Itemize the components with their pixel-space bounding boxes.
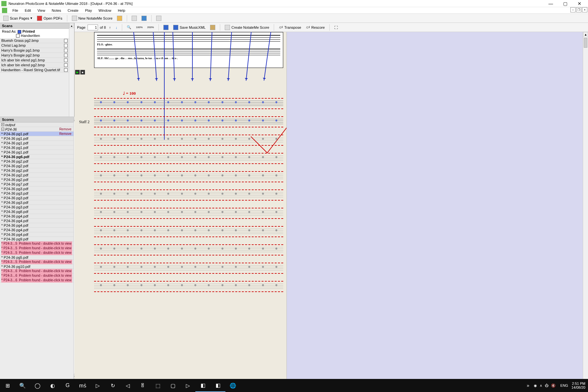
rescore-button[interactable]: ♫♯ Rescore — [304, 24, 326, 30]
menu-play[interactable]: Play — [82, 8, 95, 13]
score-page-item[interactable]: * P24-36 pg2.pdf — [0, 164, 74, 168]
printed-checkbox[interactable] — [18, 30, 21, 34]
score-page-item[interactable]: * P24-36 pg9.pdf — [0, 237, 74, 241]
taskbar-item[interactable]: ↻ — [105, 379, 120, 392]
tray-icon[interactable]: ∧ — [540, 384, 542, 387]
mdi-close-icon[interactable]: × — [582, 7, 587, 12]
scan-item[interactable]: Handwritten - Ravel String Quartet.tif — [0, 68, 69, 73]
score-page-item[interactable]: * P24-36 pg3.pdf — [0, 191, 74, 196]
page-up-button[interactable]: ↑ — [108, 25, 112, 30]
score-page-item[interactable]: * P24-36 pg3.pdf — [0, 205, 74, 209]
open-pdfs-button[interactable]: Open PDFs — [36, 15, 63, 22]
scan-item[interactable]: Christ Lag.bmp — [0, 43, 69, 48]
score-page-item[interactable]: * P24-36 pg2.pdf — [0, 168, 74, 173]
score-page-item[interactable]: * P24-36 pg10.pdf — [0, 264, 74, 269]
remove-link[interactable]: Remove — [58, 127, 72, 132]
tray-icon[interactable]: ⏻ — [545, 384, 548, 387]
score-page-item[interactable]: * P24-36 pg1.pdf — [0, 145, 74, 150]
score-page-item[interactable]: * P24-36 pg4.pdf — [0, 219, 74, 223]
scans-scrollbar[interactable]: ▴ — [69, 23, 74, 117]
scores-current-row[interactable]: –P24-36Remove — [0, 127, 74, 132]
taskbar-item[interactable]: ◧ — [210, 379, 225, 392]
mdi-restore-icon[interactable]: ❐ — [576, 7, 581, 12]
menu-file[interactable]: File — [9, 8, 22, 13]
handwritten-checkbox[interactable] — [16, 34, 20, 38]
minimize-button[interactable]: — — [544, 0, 558, 7]
menu-create[interactable]: Create — [64, 8, 82, 13]
recognized-staff[interactable] — [94, 134, 283, 146]
score-page-item[interactable]: * P24-36 pg1.pdf — [0, 141, 74, 145]
taskbar-item[interactable]: mṡ — [75, 379, 90, 392]
recognized-staff[interactable] — [94, 189, 283, 201]
recognized-staff[interactable] — [94, 171, 283, 183]
score-page-item[interactable]: * P24-36 pg1.pdf — [0, 150, 74, 155]
menu-edit[interactable]: Edit — [22, 8, 34, 13]
recognized-staff[interactable] — [94, 225, 283, 238]
save-musicxml-button[interactable]: Save MusicXML — [172, 24, 207, 31]
score-page-item[interactable]: * P24-36 pg5.pdf — [0, 255, 74, 260]
create-notateme-button[interactable]: Create NotateMe Score — [223, 24, 270, 31]
play-button[interactable]: ▶ — [75, 70, 80, 74]
score-page-item[interactable]: * P24-3…6Problem found - double-click to… — [0, 273, 74, 278]
scan-item[interactable]: Ich aber bin elend pg2.bmp — [0, 63, 69, 68]
score-page-item[interactable]: * P24-36 pg3.pdf — [0, 187, 74, 191]
fullscreen-button[interactable]: ⛶ — [333, 25, 339, 30]
tray-icon[interactable]: 🔇 — [551, 384, 556, 387]
taskbar-item[interactable]: ⊞ — [0, 379, 15, 392]
score-page-item[interactable]: * P24-36 pg2.pdf — [0, 173, 74, 177]
taskbar-item[interactable]: ▷ — [90, 379, 105, 392]
remove-link[interactable]: Remove — [58, 132, 72, 136]
language-indicator[interactable]: ENG — [560, 384, 568, 387]
book-button[interactable] — [140, 15, 148, 22]
scan-checkbox[interactable] — [64, 63, 68, 67]
page-input[interactable] — [88, 24, 98, 30]
recognized-staff[interactable] — [94, 207, 283, 220]
score-canvas[interactable]: ▶ ■ FLO. -ghier. ALF. Ah!........ go . d… — [74, 32, 287, 379]
score-page-item[interactable]: * P24-36 pg2.pdf — [0, 177, 74, 182]
maximize-button[interactable]: ▢ — [558, 0, 572, 7]
score-page-item[interactable]: * P24-3…5Problem found - double-click to… — [0, 260, 74, 264]
scores-output-row[interactable]: +output — [0, 122, 74, 127]
score-page-item[interactable]: * P24-3…6Problem found - double-click to… — [0, 278, 74, 283]
page-down-button[interactable]: ↓ — [114, 25, 119, 30]
score-page-item[interactable]: * P24-36 pg4.pdf — [0, 232, 74, 237]
taskbar-item[interactable]: ▢ — [165, 379, 180, 392]
taskbar-item[interactable]: 🔍 — [15, 379, 30, 392]
score-page-item[interactable]: * P24-36 pg7.pdf — [0, 182, 74, 187]
scan-checkbox[interactable] — [64, 54, 68, 57]
taskbar-item[interactable]: 🌐 — [225, 379, 240, 392]
settings-button[interactable] — [130, 15, 138, 22]
score-page-item[interactable]: * P24-36 pg2.pdf — [0, 159, 74, 164]
taskbar-item[interactable]: ⬚ — [150, 379, 165, 392]
score-page-item[interactable]: * P24-36 pg3.pdf — [0, 200, 74, 205]
canvas-scrollbar[interactable]: ▴ — [583, 32, 588, 379]
stop-button[interactable]: ■ — [80, 70, 85, 74]
taskbar-item[interactable]: G — [60, 379, 75, 392]
menu-window[interactable]: Window — [95, 8, 115, 13]
mdi-min-icon[interactable]: – — [570, 7, 576, 12]
recognized-staff[interactable] — [94, 280, 283, 293]
score-page-item[interactable]: * P24-3…5Problem found - double-click to… — [0, 241, 74, 246]
recognized-staff[interactable] — [94, 262, 283, 274]
score-page-item[interactable]: * P24-36 pg1.pdfRemove — [0, 132, 74, 136]
new-notateme-button[interactable]: New NotateMe Score — [71, 15, 114, 22]
recognized-staff[interactable] — [94, 244, 283, 256]
scan-checkbox[interactable] — [64, 68, 68, 72]
score-page-item[interactable]: * P24-3…5Problem found - double-click to… — [0, 251, 74, 255]
menu-help[interactable]: Help — [115, 8, 129, 13]
open-button[interactable] — [116, 15, 123, 22]
tray-icon[interactable]: ◉ — [534, 384, 537, 387]
taskbar-item[interactable]: ◐ — [45, 379, 60, 392]
home-button[interactable] — [155, 15, 163, 22]
scan-checkbox[interactable] — [64, 49, 68, 52]
score-page-item[interactable]: * P24-36 pg8.pdf — [0, 209, 74, 214]
scan-pages-button[interactable]: Scan Pages▾ — [2, 15, 34, 22]
tray-overflow-icon[interactable]: » — [527, 383, 530, 388]
taskbar-clock[interactable]: 2:51 PM14/08/20 — [571, 382, 585, 389]
scan-checkbox[interactable] — [64, 44, 68, 47]
score-page-item[interactable]: * P24-36 pg4.pdf — [0, 228, 74, 232]
score-page-item[interactable]: * P24-36 pg1.pdf — [0, 136, 74, 141]
taskbar-item[interactable]: ◁ — [120, 379, 135, 392]
save-button[interactable] — [162, 24, 170, 31]
zoom-100-button[interactable]: 100% — [135, 25, 144, 29]
